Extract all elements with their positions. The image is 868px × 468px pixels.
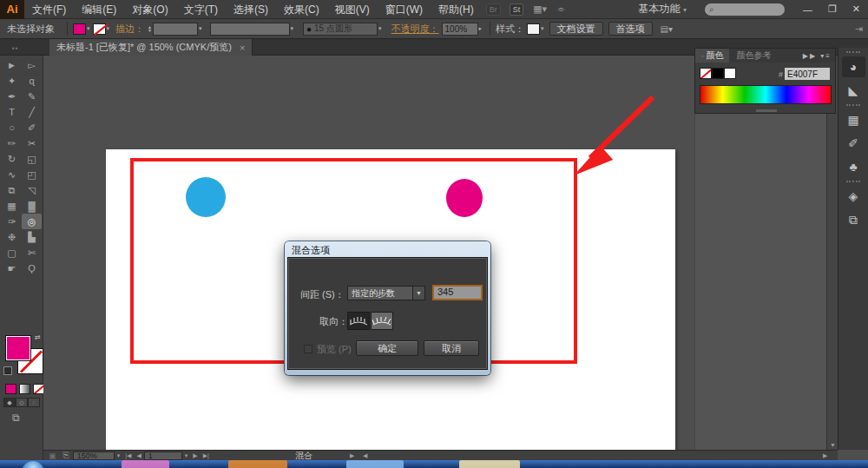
taskbar-app-pink[interactable] [122,460,169,468]
pencil-tool[interactable]: ✏ [2,135,22,151]
default-fill-stroke-icon[interactable] [3,366,12,375]
share-icon[interactable]: ⎘ [63,451,69,460]
width-tool[interactable]: ∿ [2,167,22,182]
menu-item[interactable]: 选择(S) [226,0,276,19]
prev-artboard-icon[interactable]: ◀ [136,452,141,459]
taskbar-app-pale[interactable] [459,460,520,468]
free-transform-tool[interactable]: ◰ [22,167,42,182]
style-swatch[interactable] [527,23,540,35]
white-swatch[interactable] [724,68,736,79]
variable-width-profile-select[interactable] [210,23,290,36]
tab-color-guide[interactable]: 颜色参考 [729,49,778,62]
taskbar-app-blue[interactable] [346,460,404,468]
line-segment-tool[interactable]: ╱ [22,104,42,120]
preview-checkbox[interactable] [304,345,312,353]
stroke-link[interactable]: 描边： [115,23,144,36]
status-expand-icon[interactable]: ▶ [350,452,354,459]
color-panel-icon[interactable]: ◕ [842,56,865,77]
artboard-number-input[interactable]: 1 [144,452,182,460]
start-button[interactable] [22,461,44,468]
cancel-button[interactable]: 取消 [424,340,479,356]
arrange-documents-icon[interactable]: ▦▾ [533,3,547,15]
symbols-panel-icon[interactable]: ♣ [842,156,865,177]
hex-value-input[interactable]: E4007F [785,68,830,80]
stock-icon[interactable]: St [510,3,524,16]
chevron-down-icon[interactable]: ▾ [87,25,90,32]
slice-tool[interactable]: ✄ [22,245,42,260]
restore-button[interactable]: ❐ [820,3,845,15]
chevron-down-icon[interactable]: ▾ [117,452,121,459]
type-tool[interactable]: T [2,104,22,120]
dock-handle[interactable] [846,51,860,54]
blend-tool[interactable]: ◎ [22,214,42,229]
screen-mode-button[interactable]: ⧉ [12,412,20,424]
brush-definition-select[interactable]: ● 15 点圆形 [303,23,378,36]
menu-item[interactable]: 视图(V) [327,0,378,19]
opacity-input[interactable]: 100% [442,23,478,36]
align-icon[interactable]: ▤▾ [661,24,673,34]
pen-tool[interactable]: ✒ [2,89,22,104]
swap-fill-stroke-icon[interactable]: ⇄ [35,333,41,341]
blue-circle-shape[interactable] [186,177,226,217]
taskbar-app-orange[interactable] [228,460,287,468]
stroke-color-swatch[interactable] [93,23,106,35]
menu-item[interactable]: 窗口(W) [378,0,431,19]
search-input[interactable]: ⌕ [705,3,785,16]
zoom-level-select[interactable]: 150% [73,452,115,460]
close-tab-icon[interactable]: × [240,43,245,53]
panel-menu-icon[interactable]: ▾≡ [820,52,832,60]
orientation-path-button[interactable] [371,312,393,330]
ok-button[interactable]: 确定 [356,340,418,356]
touch-workspace-icon[interactable]: ⌯ [557,3,565,15]
zoom-tool[interactable]: Ϙ [22,260,42,276]
bridge-icon[interactable]: Br [486,3,501,16]
magenta-circle-shape[interactable] [446,179,483,217]
eyedropper-tool[interactable]: ✑ [2,214,22,229]
black-swatch[interactable] [712,68,724,79]
chevron-down-icon[interactable]: ▾ [541,25,544,32]
vertical-scrollbar[interactable]: ▲ ▼ [826,56,838,450]
spacing-select[interactable]: 指定的步数 ▼ [347,286,425,300]
next-artboard-icon[interactable]: ▶ [193,452,197,459]
chevron-down-icon[interactable]: ▾ [185,452,188,459]
hand-tool[interactable]: ☛ [2,260,22,276]
color-spectrum-bar[interactable] [700,85,832,104]
symbol-sprayer-tool[interactable]: ❉ [2,229,22,245]
workspace-switcher[interactable]: 基本功能 ▾ [631,0,694,20]
dock-handle[interactable] [846,181,860,183]
chevron-right-icon[interactable]: ▸ [479,25,483,32]
document-tab[interactable]: 未标题-1 [已恢复]* @ 150% (CMYK/预览) × [49,39,253,56]
artboards-panel-icon[interactable]: ⧉ [842,209,865,230]
draw-inside-button[interactable]: ◌ [28,398,40,407]
menu-item[interactable]: 文字(T) [176,0,226,19]
stroke-weight-input[interactable] [153,23,198,36]
close-button[interactable]: ✕ [845,3,868,15]
menu-item[interactable]: 效果(C) [276,0,327,19]
opacity-link[interactable]: 不透明度： [391,23,439,36]
minimize-button[interactable]: — [795,4,820,15]
toolbar-dock-handle[interactable]: ▪▪ [12,44,19,52]
color-mode-button[interactable] [5,384,16,394]
chevron-down-icon[interactable]: ▾ [199,25,202,32]
artboard-tool[interactable]: ▢ [2,245,22,260]
selection-tool[interactable]: ► [2,57,22,73]
rotate-tool[interactable]: ↻ [2,151,22,167]
none-swatch[interactable] [700,68,712,79]
shape-builder-tool[interactable]: ⧉ [2,182,22,198]
chevron-down-icon[interactable]: ▾ [107,25,110,32]
scale-tool[interactable]: ◱ [22,151,42,167]
orientation-vertical-button[interactable] [347,312,370,330]
document-setup-button[interactable]: 文档设置 [549,22,603,36]
paintbrush-tool[interactable]: ✐ [22,120,42,135]
layers-panel-icon[interactable]: ◈ [842,186,865,207]
menu-item[interactable]: 对象(O) [124,0,175,19]
chevron-down-icon[interactable]: ▾ [291,25,294,32]
collapse-panel-icon[interactable]: ⇥ [855,23,863,35]
preferences-button[interactable]: 首选项 [608,22,653,36]
draw-normal-button[interactable]: ◆ [3,398,16,407]
direct-selection-tool[interactable]: ▻ [22,57,42,73]
fill-swatch[interactable] [5,335,31,361]
stroke-weight-stepper[interactable]: ▲▼ [148,25,152,32]
magic-wand-tool[interactable]: ✦ [2,73,22,89]
graph-tool[interactable]: ▙ [22,229,42,245]
